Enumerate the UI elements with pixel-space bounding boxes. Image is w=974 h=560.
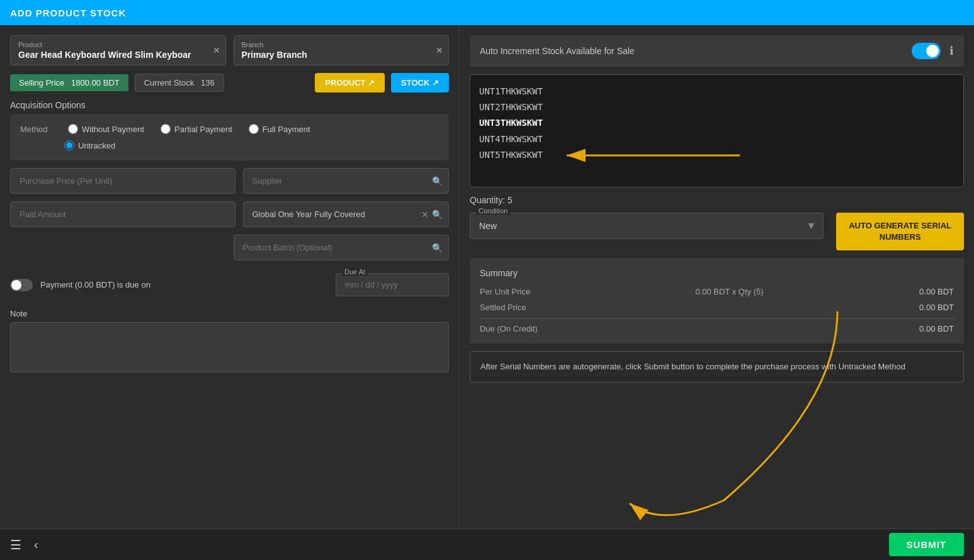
bottom-bar: ☰ ‹ SUBMIT (0, 529, 974, 560)
acquisition-box: Method Without Payment Partial Payment F… (10, 114, 449, 160)
current-stock-label: Current Stock (144, 78, 194, 87)
per-unit-value: 0.00 BDT (891, 287, 954, 296)
auto-increment-row: Auto Increment Stock Available for Sale … (470, 35, 964, 67)
due-at-field: Due At (336, 273, 449, 296)
warranty-search-icon: 🔍 (432, 210, 443, 220)
current-stock-badge: Current Stock 136 (135, 74, 224, 92)
left-panel: Product Gear Head Keyboard Wired Slim Ke… (0, 25, 460, 529)
info-icon[interactable]: ℹ (949, 44, 954, 58)
right-panel: Auto Increment Stock Available for Sale … (460, 25, 974, 529)
form-row-1: 🔍 (10, 168, 449, 194)
info-row: Selling Price 1800.00 BDT Current Stock … (10, 73, 449, 92)
summary-settled-row: Settled Price 0.00 BDT (480, 303, 954, 312)
product-value: Gear Head Keyboard Wired Slim Keyboar (18, 50, 218, 60)
stock-button[interactable]: STOCK ↗ (391, 73, 449, 92)
payment-toggle[interactable] (10, 279, 33, 291)
hamburger-icon[interactable]: ☰ (10, 537, 21, 552)
branch-label: Branch (242, 41, 441, 48)
without-payment-label: Without Payment (82, 125, 144, 134)
branch-value: Primary Branch (242, 50, 441, 60)
partial-payment-radio[interactable] (161, 124, 171, 134)
branch-field-box: Branch Primary Branch ✕ (234, 35, 450, 65)
per-unit-calc: 0.00 BDT x Qty (5) (568, 287, 891, 296)
settled-value: 0.00 BDT (891, 303, 954, 312)
summary-per-unit-row: Per Unit Price 0.00 BDT x Qty (5) 0.00 B… (480, 287, 954, 296)
supplier-field-wrap: 🔍 (243, 168, 450, 194)
payment-toggle-knob (11, 280, 21, 290)
summary-due-row: Due (On Credit) 0.00 BDT (480, 324, 954, 333)
method-label: Method (20, 125, 58, 134)
payment-text: Payment (0.00 BDT) is due on (40, 280, 150, 289)
summary-title: Summary (480, 268, 954, 278)
partial-payment-label: Partial Payment (174, 125, 232, 134)
due-value: 0.00 BDT (919, 324, 954, 333)
product-close-icon[interactable]: ✕ (213, 45, 220, 55)
form-row-2: ✕ 🔍 (10, 201, 449, 227)
batch-search-icon: 🔍 (432, 243, 443, 253)
submit-button[interactable]: SUBMIT (889, 533, 965, 556)
branch-close-icon[interactable]: ✕ (436, 45, 443, 55)
condition-select[interactable]: New Used Refurbished (470, 213, 824, 239)
warranty-input[interactable] (243, 201, 450, 227)
autogenerate-label-line1: AUTO GENERATE SERIAL (849, 221, 951, 230)
page-title: ADD PRODUCT STOCK (10, 8, 126, 18)
auto-increment-toggle-knob (926, 45, 939, 57)
untracked-option[interactable]: Untracked (64, 140, 115, 150)
acquisition-title: Acquisition Options (10, 100, 449, 110)
serial-numbers-box: UNT1THKWSKWTUNT2THKWSKWTUNT3THKWSKWTUNT4… (470, 74, 964, 188)
auto-increment-toggle[interactable] (912, 43, 941, 59)
untracked-row: Untracked (20, 140, 439, 150)
serial-number-1: UNT1THKWSKWT (479, 84, 954, 99)
product-label: Product (18, 41, 218, 48)
product-branch-row: Product Gear Head Keyboard Wired Slim Ke… (10, 35, 449, 65)
warranty-close-icon[interactable]: ✕ (421, 210, 429, 220)
autogenerate-button[interactable]: AUTO GENERATE SERIAL NUMBERS (836, 213, 964, 250)
serial-number-5: UNT5THKWSKWT (479, 147, 954, 163)
condition-autogen-row: Condition New Used Refurbished ▼ AUTO GE… (470, 213, 964, 250)
product-field-box: Product Gear Head Keyboard Wired Slim Ke… (10, 35, 226, 65)
product-button[interactable]: PRODUCT ↗ (315, 73, 385, 92)
due-label: Due (On Credit) (480, 324, 919, 333)
settled-label: Settled Price (480, 303, 568, 312)
serial-number-4: UNT4THKWSKWT (479, 132, 954, 147)
supplier-search-icon: 🔍 (432, 176, 443, 186)
tooltip-message: After Serial Numbers are autogenerate, c… (470, 351, 964, 383)
serial-number-3: UNT3THKWSKWT (479, 115, 954, 131)
selling-price-badge: Selling Price 1800.00 BDT (10, 74, 128, 91)
serial-number-2: UNT2THKWSKWT (479, 99, 954, 115)
summary-divider (480, 318, 954, 319)
summary-box: Summary Per Unit Price 0.00 BDT x Qty (5… (470, 258, 964, 344)
selling-price-label: Selling Price (19, 78, 64, 87)
condition-select-wrap: Condition New Used Refurbished ▼ (470, 213, 824, 239)
purchase-price-input[interactable] (10, 168, 235, 194)
per-unit-label: Per Unit Price (480, 287, 568, 296)
partial-payment-option[interactable]: Partial Payment (161, 124, 232, 134)
full-payment-option[interactable]: Full Payment (249, 124, 310, 134)
back-icon[interactable]: ‹ (34, 537, 38, 552)
without-payment-option[interactable]: Without Payment (68, 124, 144, 134)
quantity-text: Quantity: 5 (470, 195, 964, 205)
without-payment-radio[interactable] (68, 124, 78, 134)
note-label: Note (10, 309, 449, 318)
batch-field-wrap: 🔍 (234, 235, 450, 260)
auto-increment-text: Auto Increment Stock Available for Sale (480, 46, 912, 56)
untracked-label: Untracked (78, 141, 115, 150)
top-bar: ADD PRODUCT STOCK (0, 0, 974, 25)
batch-input[interactable] (234, 235, 450, 260)
full-payment-label: Full Payment (263, 125, 310, 134)
note-textarea[interactable] (10, 322, 449, 372)
supplier-input[interactable] (243, 168, 450, 194)
acquisition-section: Acquisition Options Method Without Payme… (10, 100, 449, 160)
untracked-radio[interactable] (64, 140, 74, 150)
paid-amount-input[interactable] (10, 201, 235, 227)
full-payment-radio[interactable] (249, 124, 259, 134)
autogenerate-label-line2: NUMBERS (880, 232, 921, 242)
due-at-input[interactable] (336, 273, 449, 296)
method-row: Method Without Payment Partial Payment F… (20, 124, 439, 134)
note-section: Note (10, 309, 449, 518)
form-row-3: 🔍 (10, 235, 449, 260)
condition-label: Condition (476, 207, 510, 215)
payment-row: Payment (0.00 BDT) is due on Due At (10, 268, 449, 301)
warranty-field-wrap: ✕ 🔍 (243, 201, 450, 227)
due-at-label: Due At (342, 268, 368, 276)
